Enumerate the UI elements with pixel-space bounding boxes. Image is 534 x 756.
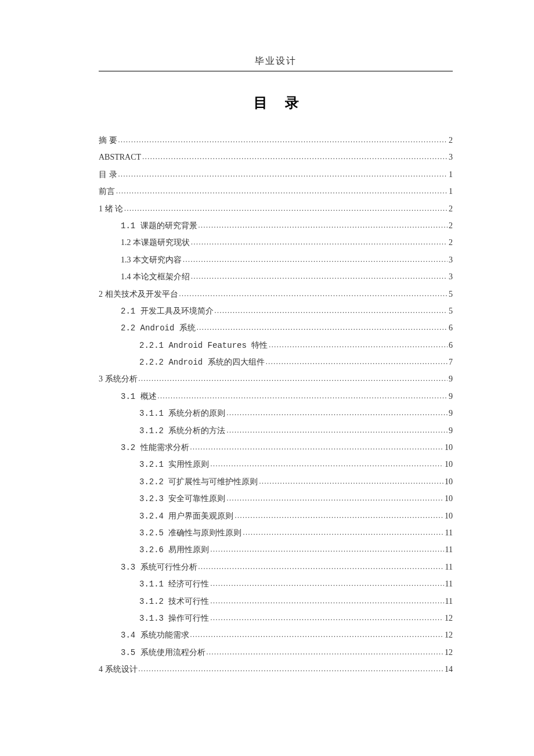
toc-entry-page: 3 <box>449 273 453 281</box>
toc-entry: 1.4 本论文框架介绍3 <box>99 273 453 281</box>
toc-entry-page: 10 <box>445 495 453 503</box>
toc-entry-page: 11 <box>445 529 453 537</box>
toc-entry-page: 9 <box>449 375 453 383</box>
toc-entry: 前言1 <box>99 188 453 196</box>
page-header: 毕业设计 <box>99 55 453 71</box>
toc-entry-label: 1 绪 论 <box>99 205 123 213</box>
toc-entry-label: ABSTRACT <box>99 153 141 161</box>
toc-leader-dots <box>191 239 448 246</box>
toc-leader-dots <box>226 409 448 416</box>
toc-entry-page: 1 <box>449 188 453 196</box>
toc-leader-dots <box>197 324 448 331</box>
toc-entry-page: 11 <box>445 580 453 588</box>
toc-entry-page: 12 <box>445 614 453 622</box>
toc-entry-page: 7 <box>449 358 453 366</box>
toc-entry-label: 3.2.3 安全可靠性原则 <box>139 495 225 503</box>
toc-leader-dots <box>190 631 443 638</box>
toc-entry: 2.2.2 Android 系统的四大组件7 <box>99 358 453 366</box>
toc-entry-label: 2.2.1 Android Features 特性 <box>139 341 268 350</box>
toc-entry: 3.2.1 实用性原则10 <box>99 460 453 469</box>
toc-entry-label: 3.3 系统可行性分析 <box>121 563 197 571</box>
toc-entry: 3.5 系统使用流程分析12 <box>99 649 453 657</box>
toc-entry-page: 5 <box>449 307 453 315</box>
toc-entry: 1.2 本课题研究现状2 <box>99 239 453 247</box>
toc-leader-dots <box>266 358 448 365</box>
toc-leader-dots <box>210 580 443 587</box>
toc-leader-dots <box>191 273 448 280</box>
toc-entry-page: 2 <box>449 136 453 145</box>
toc-entry-page: 10 <box>445 444 453 452</box>
toc-entry: 3.1.2 系统分析的方法9 <box>99 427 453 435</box>
toc-entry-label: 3.2.1 实用性原则 <box>139 460 209 469</box>
toc-entry-label: 1.2 本课题研究现状 <box>121 239 190 247</box>
toc-container: 摘 要2ABSTRACT3目 录1前言11 绪 论21.1 课题的研究背景21.… <box>99 136 453 674</box>
toc-entry-page: 3 <box>449 153 453 161</box>
toc-entry: 2.1 开发工具及环境简介5 <box>99 307 453 315</box>
toc-leader-dots <box>183 256 448 263</box>
toc-entry: 2 相关技术及开发平台5 <box>99 290 453 298</box>
toc-leader-dots <box>210 614 443 621</box>
toc-entry-page: 9 <box>449 393 453 401</box>
toc-leader-dots <box>243 529 443 536</box>
toc-leader-dots <box>210 546 443 553</box>
toc-entry: 3.2.6 易用性原则11 <box>99 546 453 554</box>
toc-leader-dots <box>259 478 443 485</box>
toc-entry-label: 1.3 本文研究内容 <box>121 256 182 264</box>
toc-entry-label: 摘 要 <box>99 136 117 145</box>
toc-entry-page: 11 <box>445 546 453 554</box>
toc-entry-label: 前言 <box>99 188 115 196</box>
toc-entry: 摘 要2 <box>99 136 453 145</box>
toc-leader-dots <box>158 393 448 399</box>
toc-entry-page: 5 <box>449 290 453 298</box>
toc-entry: ABSTRACT3 <box>99 153 453 161</box>
toc-entry: 3.2 性能需求分析10 <box>99 444 453 452</box>
toc-entry: 2.2.1 Android Features 特性6 <box>99 341 453 350</box>
toc-entry: 4 系统设计14 <box>99 665 453 674</box>
toc-entry-label: 3.1.1 经济可行性 <box>139 580 209 588</box>
toc-entry-label: 1.1 课题的研究背景 <box>121 222 197 230</box>
toc-entry: 2.2 Android 系统6 <box>99 324 453 332</box>
toc-entry-label: 2 相关技术及开发平台 <box>99 290 178 298</box>
toc-entry-page: 1 <box>449 171 453 179</box>
toc-entry-page: 12 <box>445 631 453 639</box>
toc-entry-label: 3.1.2 系统分析的方法 <box>139 427 225 435</box>
toc-leader-dots <box>116 188 448 195</box>
toc-entry-page: 10 <box>445 478 453 486</box>
toc-leader-dots <box>118 136 448 143</box>
toc-entry-label: 目 录 <box>99 171 117 179</box>
toc-leader-dots <box>139 665 444 672</box>
toc-entry-label: 3.1.2 技术可行性 <box>139 597 209 606</box>
toc-entry: 3.2.4 用户界面美观原则10 <box>99 512 453 520</box>
toc-entry-page: 10 <box>445 512 453 520</box>
toc-entry-page: 12 <box>445 649 453 657</box>
toc-entry: 3.2.2 可扩展性与可维护性原则10 <box>99 478 453 486</box>
toc-entry-label: 3.5 系统使用流程分析 <box>121 649 205 657</box>
toc-entry-label: 3.2.2 可扩展性与可维护性原则 <box>139 478 258 486</box>
toc-entry-label: 3.1 概述 <box>121 393 157 401</box>
toc-entry-page: 6 <box>449 341 453 350</box>
toc-entry-page: 14 <box>445 665 453 674</box>
toc-entry: 1 绪 论2 <box>99 205 453 213</box>
toc-leader-dots <box>226 495 443 502</box>
toc-leader-dots <box>234 512 443 519</box>
toc-entry-page: 10 <box>445 460 453 469</box>
toc-leader-dots <box>179 290 448 297</box>
toc-entry-label: 3.2.4 用户界面美观原则 <box>139 512 233 520</box>
toc-entry-label: 3.2.5 准确性与原则性原则 <box>139 529 241 537</box>
toc-entry-label: 3.2.6 易用性原则 <box>139 546 209 554</box>
toc-entry: 3 系统分析9 <box>99 375 453 383</box>
toc-leader-dots <box>199 222 448 229</box>
toc-entry-label: 3.1.3 操作可行性 <box>139 614 209 622</box>
toc-leader-dots <box>124 205 448 212</box>
toc-leader-dots <box>118 171 448 178</box>
toc-entry-page: 2 <box>449 222 453 230</box>
toc-entry-label: 3.4 系统功能需求 <box>121 631 189 639</box>
toc-entry: 3.1 概述9 <box>99 393 453 401</box>
toc-entry: 3.3 系统可行性分析11 <box>99 563 453 571</box>
toc-entry-label: 3.1.1 系统分析的原则 <box>139 409 225 417</box>
toc-entry-label: 2.2 Android 系统 <box>121 324 196 332</box>
header-rule <box>99 71 453 71</box>
toc-entry-label: 2.2.2 Android 系统的四大组件 <box>139 358 265 366</box>
toc-leader-dots <box>210 460 443 467</box>
toc-entry: 1.1 课题的研究背景2 <box>99 222 453 230</box>
